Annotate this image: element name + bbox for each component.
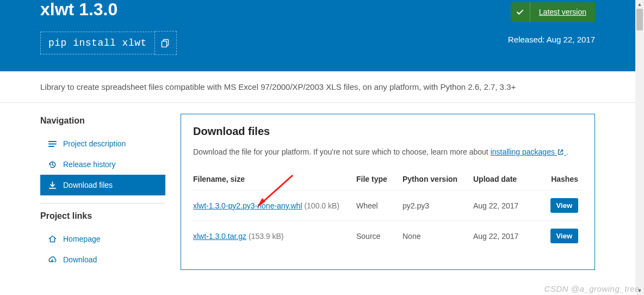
external-link-icon — [557, 148, 566, 156]
sidebar-item-label: Project description — [63, 139, 126, 148]
panel-heading: Download files — [193, 125, 583, 138]
py-version: py2.py3 — [403, 190, 473, 221]
file-type: Wheel — [356, 190, 403, 221]
history-icon — [48, 161, 57, 169]
sidebar-link-download[interactable]: Download — [40, 249, 165, 270]
panel-lead: Download the file for your platform. If … — [193, 148, 583, 156]
sidebar: Navigation Project description Release h… — [40, 114, 165, 270]
latest-version-label: Latest version — [530, 2, 595, 22]
pip-install-command: pip install xlwt — [40, 32, 155, 54]
copy-icon — [161, 39, 170, 47]
download-files-panel: Download files Download the file for you… — [181, 114, 595, 270]
nav-heading: Navigation — [40, 116, 165, 126]
view-hashes-button[interactable]: View — [550, 198, 578, 213]
vertical-scrollbar[interactable]: ▲ ▼ — [635, 0, 644, 295]
released-date: Released: Aug 22, 2017 — [508, 35, 595, 44]
file-link[interactable]: xlwt-1.3.0.tar.gz — [193, 232, 246, 241]
watermark: CSDN @a_growing_tree — [544, 284, 640, 293]
home-icon — [48, 235, 57, 243]
col-filetype: File type — [356, 169, 403, 190]
sidebar-item-label: Release history — [63, 160, 116, 169]
sidebar-item-description[interactable]: Project description — [40, 133, 165, 154]
svg-rect-1 — [162, 41, 167, 47]
file-link[interactable]: xlwt-1.3.0-py2.py3-none-any.whl — [193, 201, 302, 210]
col-upload: Upload date — [473, 169, 538, 190]
scrollbar-track[interactable] — [635, 9, 644, 286]
sidebar-item-history[interactable]: Release history — [40, 154, 165, 175]
sidebar-link-label: Homepage — [63, 235, 101, 243]
file-size: (153.9 kB) — [249, 232, 284, 241]
view-hashes-button[interactable]: View — [550, 229, 578, 243]
col-pyversion: Python version — [403, 169, 473, 190]
package-title: xlwt 1.3.0 — [40, 0, 508, 19]
sidebar-divider — [40, 203, 165, 204]
file-size: (100.0 kB) — [304, 201, 339, 210]
files-table: Filename, size File type Python version … — [193, 169, 583, 251]
sidebar-link-homepage[interactable]: Homepage — [40, 229, 165, 249]
py-version: None — [403, 221, 473, 251]
summary-bar: Library to create spreadsheet files comp… — [0, 71, 635, 103]
scroll-up-arrow-icon[interactable]: ▲ — [635, 0, 644, 9]
table-row: xlwt-1.3.0-py2.py3-none-any.whl (100.0 k… — [193, 190, 583, 221]
upload-date: Aug 22, 2017 — [473, 190, 538, 221]
copy-pip-button[interactable] — [155, 31, 177, 55]
latest-version-badge[interactable]: Latest version — [511, 2, 595, 22]
package-summary: Library to create spreadsheet files comp… — [29, 71, 606, 102]
table-row: xlwt-1.3.0.tar.gz (153.9 kB) Source None… — [193, 221, 583, 251]
download-icon — [48, 181, 57, 189]
sidebar-item-download-files[interactable]: Download files — [40, 175, 165, 195]
hero-banner: xlwt 1.3.0 pip install xlwt — [0, 0, 635, 71]
col-hashes: Hashes — [538, 169, 583, 190]
file-type: Source — [356, 221, 403, 251]
check-icon — [511, 2, 530, 22]
project-links-heading: Project links — [40, 211, 165, 221]
upload-date: Aug 22, 2017 — [473, 221, 538, 251]
scrollbar-thumb[interactable] — [636, 9, 643, 30]
col-filename: Filename, size — [193, 169, 356, 190]
installing-packages-link[interactable]: installing packages — [491, 148, 566, 156]
sidebar-link-label: Download — [63, 255, 97, 264]
description-icon — [48, 140, 57, 148]
sidebar-item-label: Download files — [63, 181, 113, 189]
cloud-download-icon — [48, 256, 57, 263]
